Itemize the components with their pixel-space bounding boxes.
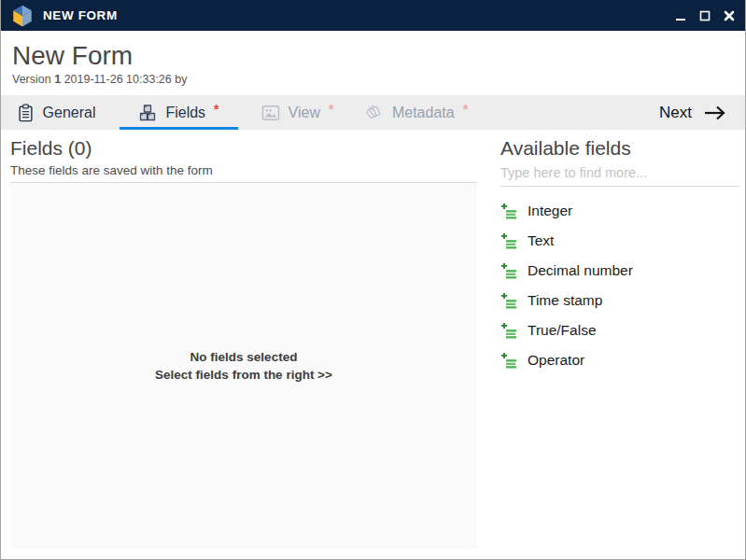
app-logo-cube-icon	[10, 4, 35, 28]
fields-panel-subtitle: These fields are saved with the form	[10, 163, 477, 183]
next-button[interactable]: Next	[659, 95, 745, 130]
app-window: NEW FORM New Form Version 1	[0, 0, 746, 560]
empty-state-line2: Select fields from the right >>	[155, 366, 332, 385]
add-field-icon	[500, 352, 517, 369]
clipboard-icon	[17, 104, 35, 122]
page-header: New Form Version 1 2019-11-26 10:33:26 b…	[1, 31, 745, 95]
required-asterisk: *	[214, 102, 218, 117]
field-item-label: Time stamp	[528, 292, 602, 309]
available-field-list: Integer Text Decimal number	[500, 196, 739, 375]
field-item-true-false[interactable]: True/False	[500, 315, 739, 345]
tab-label: General	[43, 105, 96, 121]
image-icon	[261, 105, 280, 121]
field-item-label: True/False	[528, 322, 597, 339]
arrow-right-icon	[704, 105, 726, 120]
available-fields-panel: Available fields Integer Text	[500, 136, 739, 375]
field-item-text[interactable]: Text	[500, 226, 739, 256]
close-icon	[724, 10, 735, 21]
close-button[interactable]	[721, 7, 738, 25]
field-item-label: Decimal number	[528, 262, 633, 279]
tab-label: Metadata	[392, 105, 455, 121]
version-timestamp: 2019-11-26 10:33:26 by	[64, 73, 188, 86]
fields-panel-title: Fields (0)	[10, 136, 477, 160]
tab-bar: General Fields * View *	[1, 95, 745, 130]
tab-label: View	[289, 105, 320, 121]
version-number: 1	[54, 73, 61, 86]
empty-state-line1: No fields selected	[190, 348, 298, 367]
add-field-icon	[500, 262, 517, 279]
tags-icon	[364, 104, 384, 121]
version-line: Version 1 2019-11-26 10:33:26 by	[12, 73, 734, 86]
cubes-icon	[138, 104, 157, 122]
tab-general[interactable]: General	[1, 95, 120, 130]
field-item-operator[interactable]: Operator	[500, 345, 739, 375]
required-asterisk: *	[463, 102, 468, 117]
search-input[interactable]	[500, 161, 739, 187]
minimize-button[interactable]	[672, 7, 689, 25]
tab-metadata[interactable]: Metadata *	[357, 95, 475, 130]
fields-drop-zone[interactable]: No fields selected Select fields from th…	[10, 183, 477, 549]
field-item-time-stamp[interactable]: Time stamp	[500, 286, 739, 315]
version-label: Version	[12, 73, 51, 86]
required-asterisk: *	[329, 102, 333, 117]
field-item-decimal-number[interactable]: Decimal number	[500, 256, 739, 286]
tab-view[interactable]: View *	[238, 95, 357, 130]
field-item-label: Text	[528, 232, 554, 249]
minimize-icon	[675, 10, 686, 21]
page-title: New Form	[12, 41, 734, 71]
window-title: NEW FORM	[43, 8, 118, 22]
add-field-icon	[500, 232, 517, 249]
add-field-icon	[500, 203, 517, 219]
next-label: Next	[659, 104, 692, 122]
available-fields-title: Available fields	[500, 136, 739, 160]
field-item-label: Operator	[528, 352, 584, 369]
add-field-icon	[500, 322, 517, 339]
field-item-integer[interactable]: Integer	[500, 196, 739, 226]
tab-label: Fields	[165, 105, 205, 121]
tab-fields[interactable]: Fields *	[120, 95, 238, 130]
fields-panel: Fields (0) These fields are saved with t…	[10, 136, 477, 549]
window-controls	[672, 7, 738, 25]
maximize-icon	[699, 10, 711, 21]
title-bar: NEW FORM	[1, 0, 745, 31]
field-item-label: Integer	[528, 203, 572, 219]
add-field-icon	[500, 292, 517, 309]
maximize-button[interactable]	[697, 7, 713, 25]
